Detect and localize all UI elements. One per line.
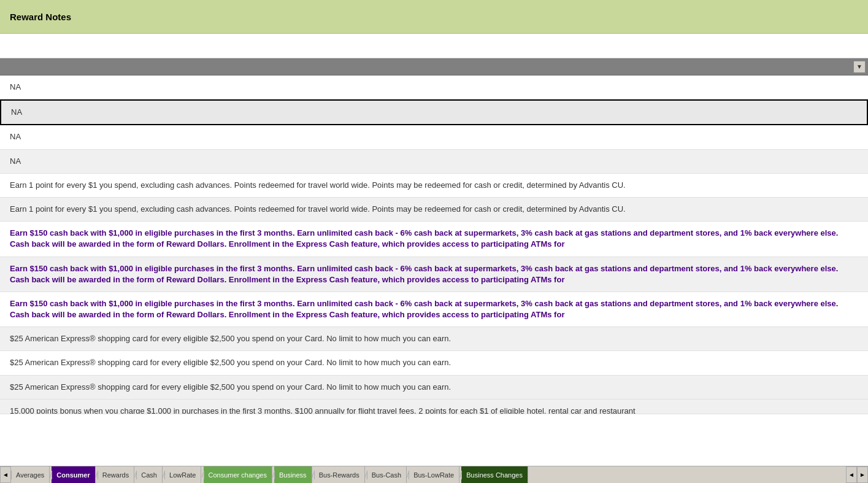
page-title: Reward Notes bbox=[10, 12, 71, 22]
table-row[interactable]: Earn 1 point for every $1 you spend, exc… bbox=[0, 198, 868, 222]
table-row[interactable]: NA bbox=[0, 125, 868, 149]
tab-item-cash[interactable]: Cash bbox=[136, 466, 163, 483]
table-row[interactable]: NA bbox=[0, 150, 868, 174]
tab-item-rewards[interactable]: Rewards bbox=[98, 466, 134, 483]
spacer-row bbox=[0, 34, 868, 58]
table-row[interactable]: NA bbox=[0, 75, 868, 99]
tab-item-consumer[interactable]: Consumer bbox=[52, 466, 95, 483]
tab-nav-nav-next1[interactable]: ► bbox=[857, 466, 868, 483]
table-row[interactable]: $25 American Express® shopping card for … bbox=[0, 351, 868, 375]
table-row[interactable]: $25 American Express® shopping card for … bbox=[0, 376, 868, 400]
tab-nav-nav-prev1[interactable]: ◄ bbox=[0, 466, 11, 483]
table-row[interactable]: Earn $150 cash back with $1,000 in eligi… bbox=[0, 257, 868, 292]
dropdown-row: ▼ bbox=[0, 58, 868, 75]
tab-nav-nav-prev2[interactable]: ◄ bbox=[846, 466, 857, 483]
table-row[interactable]: Earn $150 cash back with $1,000 in eligi… bbox=[0, 222, 868, 257]
tab-item-bus-rewards[interactable]: Bus-Rewards bbox=[314, 466, 365, 483]
table-row[interactable]: $25 American Express® shopping card for … bbox=[0, 327, 868, 351]
tab-item-business-changes[interactable]: Business Changes bbox=[461, 466, 528, 483]
table-row[interactable]: NA bbox=[0, 99, 868, 125]
tab-item-averages[interactable]: Averages bbox=[11, 466, 50, 483]
table-row[interactable]: 15,000 points bonus when you charge $1,0… bbox=[0, 400, 868, 414]
tab-item-lowrate[interactable]: LowRate bbox=[164, 466, 201, 483]
tab-item-bus-cash[interactable]: Bus-Cash bbox=[367, 466, 407, 483]
tab-bar: ◄Averages/Consumer/Rewards/Cash/LowRate/… bbox=[0, 466, 868, 483]
tab-item-bus-lowrate[interactable]: Bus-LowRate bbox=[409, 466, 459, 483]
tab-item-business[interactable]: Business bbox=[274, 466, 312, 483]
table-row[interactable]: Earn $150 cash back with $1,000 in eligi… bbox=[0, 292, 868, 327]
table-row[interactable]: Earn 1 point for every $1 you spend, exc… bbox=[0, 174, 868, 198]
dropdown-button[interactable]: ▼ bbox=[853, 61, 866, 73]
header-bar: Reward Notes bbox=[0, 0, 868, 34]
content-area: NANANANAEarn 1 point for every $1 you sp… bbox=[0, 75, 868, 466]
tab-item-consumer-changes[interactable]: Consumer changes bbox=[204, 466, 272, 483]
